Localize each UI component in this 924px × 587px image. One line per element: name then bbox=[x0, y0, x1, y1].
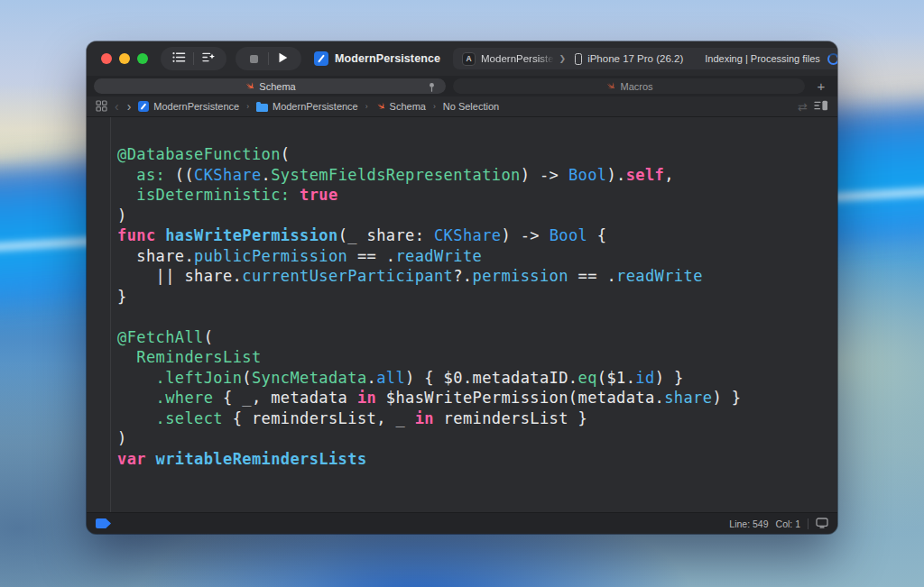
code-token: func bbox=[117, 226, 156, 244]
breadcrumb-item-project[interactable]: ModernPersistence bbox=[138, 101, 239, 112]
chevron-separator-icon: › bbox=[432, 102, 437, 111]
code-token: ( bbox=[204, 328, 214, 346]
breadcrumb-item-selection[interactable]: No Selection bbox=[443, 101, 499, 112]
source-code[interactable]: @DatabaseFunction( as: ((CKShare.SystemF… bbox=[117, 144, 832, 469]
code-token: . bbox=[262, 166, 272, 184]
stop-button[interactable] bbox=[239, 47, 268, 70]
code-token: CKShare bbox=[434, 226, 501, 244]
iphone-device-icon bbox=[575, 53, 582, 65]
gutter-separator bbox=[110, 117, 111, 512]
code-token: ) bbox=[117, 206, 127, 225]
zoom-window-button[interactable] bbox=[137, 53, 148, 64]
breadcrumb-label: Schema bbox=[390, 101, 426, 112]
code-token: || share. bbox=[117, 267, 242, 285]
code-line[interactable]: var writableRemindersLists bbox=[117, 449, 832, 470]
close-window-button[interactable] bbox=[101, 53, 112, 64]
code-token: readWrite bbox=[395, 247, 482, 265]
code-token: ) -> bbox=[501, 226, 549, 244]
code-token: ) } bbox=[655, 369, 684, 387]
code-token: Bool bbox=[568, 166, 607, 184]
display-icon[interactable] bbox=[816, 518, 828, 530]
code-line[interactable]: } bbox=[117, 287, 832, 307]
code-token: { bbox=[587, 226, 606, 244]
code-line[interactable]: .where { _, metadata in $hasWritePermiss… bbox=[117, 388, 832, 408]
list-bullet-icon bbox=[172, 50, 186, 67]
app-scheme-icon: A bbox=[462, 52, 476, 66]
code-token: currentUserParticipant bbox=[242, 267, 453, 285]
code-line[interactable]: @DatabaseFunction( bbox=[117, 144, 832, 165]
play-icon bbox=[279, 50, 288, 67]
code-token: SyncMetadata bbox=[252, 369, 367, 387]
breadcrumb-label: ModernPersistence bbox=[273, 101, 358, 112]
code-token: var bbox=[117, 450, 146, 468]
code-line[interactable] bbox=[117, 307, 832, 327]
toggle-navigator-button[interactable] bbox=[164, 47, 193, 70]
run-button[interactable] bbox=[269, 47, 298, 70]
code-line[interactable]: isDeterministic: true bbox=[117, 185, 832, 206]
code-token: (_ share: bbox=[338, 226, 434, 244]
code-token: @FetchAll bbox=[117, 328, 204, 346]
code-token: { _, metadata bbox=[213, 389, 357, 407]
scheme-name[interactable]: ModernPersiste bbox=[481, 53, 554, 64]
add-tab-button[interactable]: + bbox=[812, 78, 830, 94]
code-token: ) } bbox=[712, 389, 741, 407]
code-line[interactable]: ) bbox=[117, 206, 832, 226]
code-token: eq bbox=[578, 369, 597, 387]
swift-file-icon bbox=[375, 101, 385, 113]
chevron-separator-icon: › bbox=[245, 102, 250, 111]
code-token bbox=[117, 166, 136, 184]
code-token: } bbox=[117, 288, 127, 306]
pin-icon[interactable] bbox=[427, 80, 437, 96]
swift-file-icon bbox=[244, 78, 254, 95]
code-editor[interactable]: @DatabaseFunction( as: ((CKShare.SystemF… bbox=[87, 117, 837, 512]
run-destination[interactable]: iPhone 17 Pro (26.2) bbox=[587, 53, 683, 64]
scheme-selector[interactable]: A ModernPersiste ❯ iPhone 17 Pro (26.2) … bbox=[453, 48, 837, 69]
tab-macros[interactable]: Macros bbox=[453, 78, 805, 94]
project-icon bbox=[314, 51, 328, 66]
code-line[interactable]: func hasWritePermission(_ share: CKShare… bbox=[117, 225, 832, 246]
code-line[interactable]: share.publicPermission == .readWrite bbox=[117, 246, 832, 267]
code-line[interactable]: .leftJoin(SyncMetadata.all) { $0.metadat… bbox=[117, 368, 832, 389]
swap-editors-icon[interactable]: ⇄ bbox=[798, 100, 808, 114]
jump-bar: ‹ › ModernPersistence › ModernPersistenc… bbox=[87, 96, 837, 117]
code-token: .select bbox=[156, 409, 223, 427]
cursor-position-group: Line: 549 Col: 1 bbox=[729, 518, 828, 530]
code-token bbox=[290, 186, 300, 204]
editor-options-icon[interactable] bbox=[814, 100, 828, 113]
navigate-forward-button[interactable]: › bbox=[126, 100, 133, 113]
code-token: ) -> bbox=[521, 166, 568, 184]
window-titlebar: ModernPersistence A ModernPersiste ❯ iPh… bbox=[87, 41, 837, 76]
activity-status-text: Indexing | Processing files bbox=[705, 53, 820, 64]
code-token: ). bbox=[606, 166, 625, 184]
breadcrumb-item-group[interactable]: ModernPersistence bbox=[256, 101, 358, 112]
code-line[interactable]: ) bbox=[117, 428, 832, 449]
code-line[interactable]: RemindersList bbox=[117, 347, 832, 368]
traffic-lights bbox=[101, 53, 148, 64]
code-token bbox=[117, 389, 156, 407]
code-token: remindersList } bbox=[434, 409, 587, 427]
code-token: . bbox=[367, 369, 377, 387]
code-line[interactable]: || share.currentUserParticipant?.permiss… bbox=[117, 266, 832, 287]
tab-schema[interactable]: Schema bbox=[94, 78, 446, 94]
line-indicator: Line: 549 bbox=[729, 518, 768, 529]
code-token: readWrite bbox=[616, 267, 703, 285]
related-items-icon[interactable] bbox=[96, 100, 107, 114]
code-token: == . bbox=[347, 247, 395, 265]
chevron-right-icon: ❯ bbox=[559, 54, 567, 63]
code-token: Bool bbox=[550, 226, 588, 244]
code-token: SystemFieldsRepresentation bbox=[271, 166, 521, 184]
code-token: $hasWritePermission(metadata. bbox=[376, 389, 664, 407]
intelligence-compose-button[interactable] bbox=[194, 47, 223, 70]
code-token: share. bbox=[117, 247, 194, 265]
code-token: isDeterministic: bbox=[136, 186, 290, 204]
minimize-window-button[interactable] bbox=[119, 53, 130, 64]
navigate-back-button[interactable]: ‹ bbox=[114, 100, 120, 113]
code-line[interactable]: as: ((CKShare.SystemFieldsRepresentation… bbox=[117, 165, 832, 186]
breadcrumb-item-file[interactable]: Schema bbox=[375, 101, 426, 113]
code-line[interactable]: .select { remindersList, _ in remindersL… bbox=[117, 408, 832, 429]
tab-label: Schema bbox=[259, 81, 295, 92]
chevron-separator-icon: › bbox=[365, 102, 369, 111]
code-token bbox=[156, 226, 166, 244]
breakpoint-icon[interactable] bbox=[96, 518, 111, 528]
code-line[interactable]: @FetchAll( bbox=[117, 327, 832, 348]
